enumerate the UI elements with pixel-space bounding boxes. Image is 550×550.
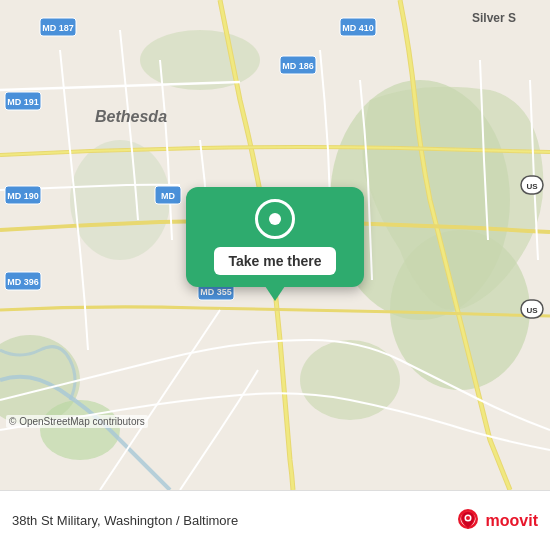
take-me-there-button[interactable]: Take me there — [214, 247, 335, 275]
bottom-info-bar: 38th St Military, Washington / Baltimore… — [0, 490, 550, 550]
moovit-icon — [454, 507, 482, 535]
location-popup: Take me there — [186, 187, 364, 287]
popup-card: Take me there — [186, 187, 364, 287]
location-icon-dot — [269, 213, 281, 225]
moovit-logo: moovit — [454, 507, 538, 535]
svg-point-33 — [466, 516, 470, 520]
svg-text:US: US — [526, 182, 538, 191]
map-view: MD 187 MD 410 MD 191 MD 186 MD 190 MD MD… — [0, 0, 550, 490]
moovit-text-label: moovit — [486, 512, 538, 530]
osm-attribution: © OpenStreetMap contributors — [6, 415, 148, 428]
svg-text:Bethesda: Bethesda — [95, 108, 167, 125]
svg-point-6 — [140, 30, 260, 90]
svg-text:Silver S: Silver S — [472, 11, 516, 25]
location-label: 38th St Military, Washington / Baltimore — [12, 513, 454, 528]
svg-text:MD 355: MD 355 — [200, 287, 232, 297]
location-icon — [255, 199, 295, 239]
svg-text:MD 190: MD 190 — [7, 191, 39, 201]
svg-text:US: US — [526, 306, 538, 315]
svg-text:MD: MD — [161, 191, 175, 201]
svg-text:MD 191: MD 191 — [7, 97, 39, 107]
svg-text:MD 186: MD 186 — [282, 61, 314, 71]
svg-text:MD 187: MD 187 — [42, 23, 74, 33]
svg-text:MD 396: MD 396 — [7, 277, 39, 287]
svg-text:MD 410: MD 410 — [342, 23, 374, 33]
